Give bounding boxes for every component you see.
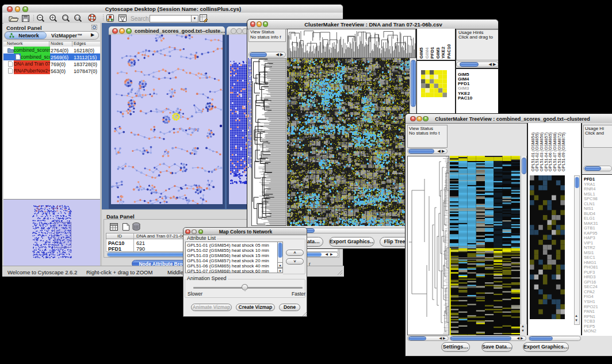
svg-text:1:1: 1:1 xyxy=(75,16,79,20)
